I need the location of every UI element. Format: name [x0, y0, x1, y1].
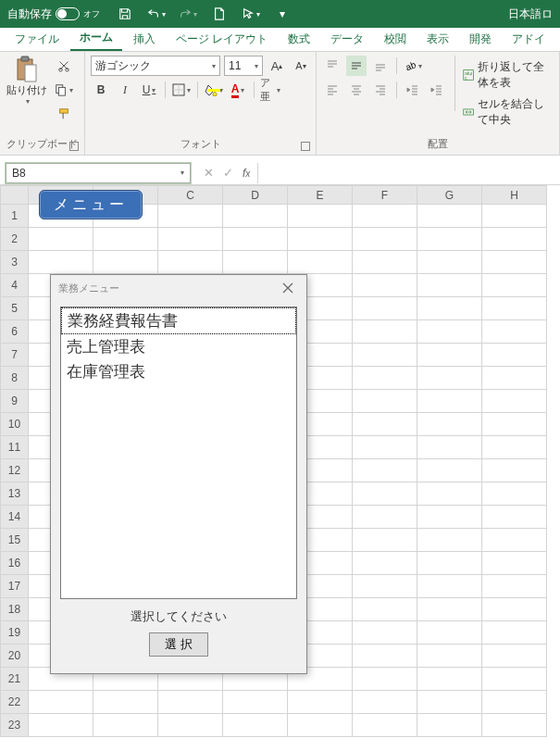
- cell[interactable]: [417, 529, 482, 552]
- font-color-button[interactable]: A▾: [228, 80, 248, 100]
- cell[interactable]: [353, 390, 417, 413]
- italic-button[interactable]: I: [115, 80, 135, 100]
- cell[interactable]: [223, 251, 288, 274]
- grid-row[interactable]: 3: [1, 251, 547, 274]
- row-header[interactable]: 18: [1, 598, 29, 621]
- cell[interactable]: [417, 344, 482, 367]
- row-header[interactable]: 14: [1, 506, 29, 529]
- row-header[interactable]: 8: [1, 367, 29, 390]
- cell[interactable]: [482, 668, 547, 691]
- cell[interactable]: [353, 320, 417, 344]
- align-middle-button[interactable]: [346, 56, 367, 76]
- cell[interactable]: [353, 506, 417, 529]
- align-right-button[interactable]: [370, 80, 391, 100]
- decrease-font-button[interactable]: A▾: [291, 56, 311, 76]
- cell[interactable]: [158, 714, 223, 737]
- list-item[interactable]: 業務経費報告書: [61, 307, 296, 334]
- cell[interactable]: [417, 459, 482, 482]
- cell[interactable]: [417, 598, 482, 621]
- cell[interactable]: [482, 297, 547, 320]
- tab-review[interactable]: 校閲: [375, 28, 416, 51]
- cell[interactable]: [353, 621, 417, 645]
- row-header[interactable]: 16: [1, 552, 29, 575]
- cell[interactable]: [353, 714, 417, 737]
- tab-page-layout[interactable]: ページ レイアウト: [167, 28, 277, 51]
- paste-button[interactable]: 貼り付け ▾: [6, 56, 48, 106]
- row-header[interactable]: 12: [1, 459, 29, 482]
- cell[interactable]: [93, 228, 158, 251]
- cell[interactable]: [417, 274, 482, 297]
- cell[interactable]: [223, 228, 288, 251]
- cell[interactable]: [353, 367, 417, 390]
- cell[interactable]: [482, 598, 547, 621]
- menu-listbox[interactable]: 業務経費報告書 売上管理表 在庫管理表: [60, 307, 297, 599]
- cell[interactable]: [353, 552, 417, 575]
- menu-shape-button[interactable]: メニュー: [39, 190, 143, 219]
- border-button[interactable]: ▾: [171, 80, 192, 100]
- cell[interactable]: [29, 714, 93, 737]
- cell[interactable]: [29, 251, 93, 274]
- row-header[interactable]: 7: [1, 344, 29, 367]
- row-header[interactable]: 4: [1, 274, 29, 297]
- cell[interactable]: [417, 552, 482, 575]
- row-header[interactable]: 2: [1, 228, 29, 251]
- cell[interactable]: [482, 274, 547, 297]
- col-header[interactable]: F: [353, 186, 417, 205]
- cell[interactable]: [223, 714, 288, 737]
- autosave-toggle[interactable]: 自動保存 オフ: [7, 6, 100, 22]
- row-header[interactable]: 3: [1, 251, 29, 274]
- row-header[interactable]: 19: [1, 621, 29, 645]
- cell[interactable]: [417, 320, 482, 344]
- tab-data[interactable]: データ: [321, 28, 373, 51]
- cell[interactable]: [482, 344, 547, 367]
- cell[interactable]: [417, 205, 482, 228]
- cell[interactable]: [482, 205, 547, 228]
- cell[interactable]: [353, 691, 417, 714]
- cell[interactable]: [223, 691, 288, 714]
- cell[interactable]: [482, 228, 547, 251]
- row-header[interactable]: 23: [1, 714, 29, 737]
- cell[interactable]: [482, 714, 547, 737]
- cell[interactable]: [353, 344, 417, 367]
- align-center-button[interactable]: [346, 80, 367, 100]
- cell[interactable]: [353, 459, 417, 482]
- cell[interactable]: [223, 205, 288, 228]
- bold-button[interactable]: B: [91, 80, 111, 100]
- row-header[interactable]: 17: [1, 575, 29, 598]
- enter-formula-icon[interactable]: ✓: [223, 166, 233, 180]
- row-header[interactable]: 13: [1, 482, 29, 506]
- cell[interactable]: [482, 645, 547, 668]
- row-header[interactable]: 10: [1, 413, 29, 436]
- cell[interactable]: [29, 691, 93, 714]
- cell[interactable]: [158, 251, 223, 274]
- cell[interactable]: [417, 251, 482, 274]
- cell[interactable]: [417, 506, 482, 529]
- cell[interactable]: [353, 251, 417, 274]
- list-item[interactable]: 在庫管理表: [61, 359, 296, 384]
- dialog-launcher-icon[interactable]: [301, 142, 310, 151]
- cell[interactable]: [353, 645, 417, 668]
- cell[interactable]: [417, 668, 482, 691]
- cell[interactable]: [353, 228, 417, 251]
- list-item[interactable]: 売上管理表: [61, 334, 296, 359]
- fx-icon[interactable]: fx: [243, 167, 250, 180]
- cut-button[interactable]: [54, 56, 74, 76]
- undo-button[interactable]: ▾: [146, 4, 167, 24]
- merge-center-button[interactable]: セルを結合して中央: [463, 96, 554, 128]
- cell[interactable]: [417, 390, 482, 413]
- name-box[interactable]: B8 ▾: [6, 163, 191, 183]
- tab-addin[interactable]: アドイ: [503, 28, 554, 51]
- cell[interactable]: [288, 228, 353, 251]
- copy-button[interactable]: ▾: [54, 80, 74, 100]
- cell[interactable]: [482, 529, 547, 552]
- cell[interactable]: [482, 251, 547, 274]
- tab-home[interactable]: ホーム: [70, 26, 122, 51]
- cell[interactable]: [417, 691, 482, 714]
- select-all-corner[interactable]: [1, 186, 29, 205]
- row-header[interactable]: 1: [1, 205, 29, 228]
- format-painter-button[interactable]: [54, 104, 74, 124]
- cell[interactable]: [288, 205, 353, 228]
- col-header[interactable]: H: [482, 186, 547, 205]
- underline-button[interactable]: U▾: [139, 80, 159, 100]
- orientation-button[interactable]: ab▾: [403, 56, 423, 76]
